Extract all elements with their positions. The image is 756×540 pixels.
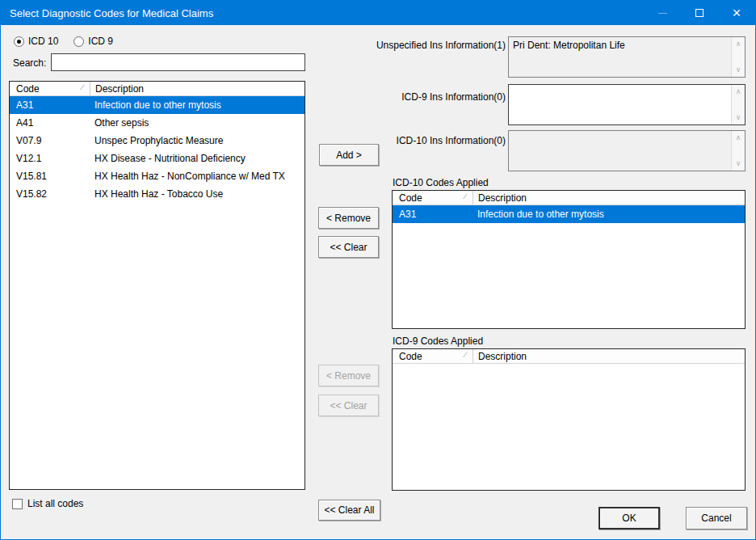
maximize-button[interactable] (681, 1, 718, 25)
remove-icd9-button[interactable]: < Remove (318, 365, 379, 386)
source-list-header: Code ∕ Description (10, 82, 304, 96)
scroll-down-icon[interactable]: ∨ (732, 114, 745, 121)
window-controls: × (644, 1, 755, 25)
source-row-description: HX Health Haz - NonCompliance w/ Med TX (90, 171, 304, 182)
radio-icd10-icon (14, 36, 24, 47)
radio-icd9[interactable]: ICD 9 (74, 36, 113, 47)
scroll-up-icon[interactable]: ∧ (732, 134, 745, 141)
source-row-v079[interactable]: V07.9 Unspec Prophylactic Measure (10, 132, 304, 150)
icd10-applied-header-code-label: Code (399, 192, 422, 204)
scrollbar[interactable]: ∧ ∨ (731, 131, 745, 171)
icd9-applied-title: ICD-9 Codes Applied (393, 335, 483, 347)
icd10-ins-box[interactable]: ∧ ∨ (508, 130, 746, 171)
source-row-v1581[interactable]: V15.81 HX Health Haz - NonCompliance w/ … (10, 167, 304, 185)
source-code-list[interactable]: Code ∕ Description A31 Infection due to … (9, 81, 305, 490)
unspecified-ins-label: Unspecified Ins Information(1) (340, 40, 506, 51)
minimize-button[interactable] (644, 1, 681, 25)
ok-button[interactable]: OK (598, 507, 660, 529)
icd9-applied-header-description-label: Description (478, 351, 527, 362)
icd10-applied-header-code[interactable]: Code ∕ (393, 191, 472, 205)
source-row-v121[interactable]: V12.1 HX Disease - Nutritional Deficienc… (10, 150, 304, 167)
sort-ascending-icon: ∕ (464, 351, 466, 359)
source-row-a41[interactable]: A41 Other sepsis (10, 114, 304, 132)
icd9-applied-header-description[interactable]: Description (472, 349, 745, 363)
source-header-code-label: Code (16, 83, 40, 95)
applied-row-description: Infection due to other mytosis (472, 209, 745, 220)
icd9-applied-list[interactable]: Code ∕ Description (392, 348, 746, 491)
scroll-down-icon[interactable]: ∨ (732, 66, 745, 74)
cancel-button[interactable]: Cancel (686, 507, 747, 529)
clear-icd9-button[interactable]: << Clear (318, 394, 379, 416)
icd10-applied-list[interactable]: Code ∕ Description A31 Infection due to … (392, 190, 746, 329)
icd10-applied-header-description-label: Description (478, 192, 527, 204)
radio-icd10-label: ICD 10 (28, 36, 58, 47)
scrollbar[interactable]: ∧ ∨ (731, 37, 745, 77)
title-bar: Select Diagnostic Codes for Medical Clai… (1, 1, 755, 25)
icd9-ins-value (509, 85, 731, 124)
unspecified-ins-value: Pri Dent: Metropolitan Life (509, 37, 731, 77)
source-row-v1582[interactable]: V15.82 HX Health Haz - Tobacco Use (10, 185, 304, 203)
add-button[interactable]: Add > (319, 144, 379, 166)
source-row-code: A31 (10, 99, 90, 111)
list-all-codes-checkbox[interactable]: List all codes (12, 498, 83, 509)
window-title: Select Diagnostic Codes for Medical Clai… (1, 7, 213, 19)
icd10-applied-header-description[interactable]: Description (472, 191, 745, 205)
icd10-ins-value (509, 131, 731, 171)
applied-row-code: A31 (393, 209, 472, 220)
icd9-applied-header-code[interactable]: Code ∕ (393, 349, 472, 363)
search-input[interactable] (51, 53, 305, 71)
checkbox-icon (12, 499, 23, 509)
source-row-description: HX Disease - Nutritional Deficiency (90, 153, 304, 164)
radio-icd9-label: ICD 9 (88, 36, 113, 47)
source-row-code: V15.82 (10, 188, 90, 200)
icd10-applied-header: Code ∕ Description (393, 191, 745, 205)
source-row-code: V12.1 (10, 153, 90, 164)
icd10-applied-title: ICD-10 Codes Applied (393, 177, 489, 188)
search-label: Search: (13, 57, 46, 69)
icd10-applied-row-a31[interactable]: A31 Infection due to other mytosis (393, 205, 745, 223)
source-header-description[interactable]: Description (90, 82, 304, 95)
sort-ascending-icon: ∕ (82, 83, 83, 91)
icd10-ins-label: ICD-10 Ins Information(0) (340, 135, 506, 146)
scrollbar[interactable]: ∧ ∨ (731, 85, 745, 124)
scroll-up-icon[interactable]: ∧ (732, 88, 745, 95)
source-row-description: HX Health Haz - Tobacco Use (90, 188, 304, 200)
source-row-a31[interactable]: A31 Infection due to other mytosis (10, 96, 304, 114)
source-header-code[interactable]: Code ∕ (10, 82, 90, 95)
minimize-icon (658, 13, 667, 14)
unspecified-ins-box[interactable]: Pri Dent: Metropolitan Life ∧ ∨ (508, 36, 746, 78)
source-row-code: A41 (10, 117, 90, 129)
scroll-up-icon[interactable]: ∧ (732, 40, 745, 48)
source-row-code: V15.81 (10, 171, 90, 182)
list-all-codes-label: List all codes (27, 498, 83, 509)
icd9-applied-header: Code ∕ Description (393, 349, 745, 364)
maximize-icon (695, 9, 704, 17)
clear-icd10-button[interactable]: << Clear (318, 236, 379, 258)
clear-all-button[interactable]: << Clear All (318, 500, 380, 521)
close-icon: × (733, 6, 741, 20)
radio-icd10[interactable]: ICD 10 (14, 36, 58, 47)
source-header-description-label: Description (95, 83, 144, 95)
source-row-description: Infection due to other mytosis (90, 99, 304, 111)
source-row-description: Other sepsis (90, 117, 304, 129)
icd9-ins-label: ICD-9 Ins Information(0) (340, 91, 506, 103)
remove-icd10-button[interactable]: < Remove (318, 207, 379, 229)
code-set-radio-group: ICD 10 ICD 9 (14, 36, 128, 47)
source-row-description: Unspec Prophylactic Measure (90, 135, 304, 146)
icd9-ins-box[interactable]: ∧ ∨ (508, 84, 746, 125)
dialog-window: Select Diagnostic Codes for Medical Clai… (0, 0, 756, 540)
sort-ascending-icon: ∕ (464, 192, 466, 200)
scroll-down-icon[interactable]: ∨ (732, 160, 745, 167)
icd9-applied-header-code-label: Code (399, 351, 422, 362)
source-row-code: V07.9 (10, 135, 90, 146)
close-button[interactable]: × (718, 1, 755, 25)
radio-icd9-icon (74, 36, 84, 47)
